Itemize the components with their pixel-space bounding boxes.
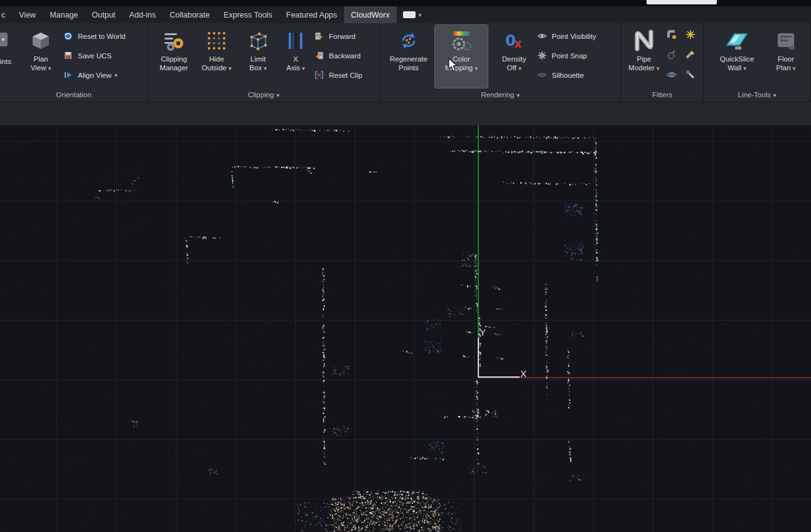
panel-expand-icon: ▾ xyxy=(773,92,776,98)
fitter-tools-grid xyxy=(664,27,701,87)
dropdown-arrow-icon: ▾ xyxy=(657,65,660,72)
reset-to-world-icon xyxy=(63,31,73,41)
dropdown-arrow-icon: ▾ xyxy=(518,65,522,72)
svg-text:x: x xyxy=(514,36,522,50)
quickslice-wall-icon xyxy=(725,27,749,55)
clipping-button-stack: Forward Backward Reset Clip xyxy=(314,26,377,85)
tab-output[interactable]: Output xyxy=(85,6,122,23)
dropdown-arrow-icon: ▾ xyxy=(793,65,796,72)
regenerate-points-icon xyxy=(397,27,420,55)
pipe-modeler-button[interactable]: Pipe Modeler ▾ xyxy=(625,25,663,88)
x-axis-button[interactable]: X Axis ▾ xyxy=(280,25,311,88)
density-off-button[interactable]: 0x Density Off ▾ xyxy=(494,25,534,88)
plan-view-cube-icon xyxy=(30,27,51,55)
save-ucs-icon xyxy=(63,51,73,60)
quick-access-search-box[interactable] xyxy=(647,0,717,4)
panel-fitters: Pipe Modeler ▾ Fitters xyxy=(621,23,704,102)
document-area-strip xyxy=(0,102,811,125)
plan-view-button[interactable]: Plan View ▾ xyxy=(23,25,59,88)
fitter-tool-4-button[interactable] xyxy=(683,47,698,62)
fitter-tool-1-button[interactable] xyxy=(664,27,679,42)
panel-line-tools: QuickSlice Wall ▾ Floor Plan ▾ Line-Tool… xyxy=(704,23,811,102)
marker-icon xyxy=(685,70,696,80)
align-view-icon xyxy=(63,70,73,80)
silhouette-button[interactable]: Silhouette xyxy=(537,65,618,85)
cloudworx-ribbon: ints Plan View ▾ Reset to World Save UCS xyxy=(0,23,811,102)
limit-box-icon xyxy=(247,27,269,55)
panel-orientation: ints Plan View ▾ Reset to World Save UCS xyxy=(0,23,148,102)
ribbon-tab-bar: c View Manage Output Add-ins Collaborate… xyxy=(0,6,811,23)
pipe-modeler-icon xyxy=(632,27,656,55)
forward-button[interactable]: Forward xyxy=(314,26,377,46)
ribbon-display-toggle[interactable]: ▾ xyxy=(397,6,428,23)
floor-plan-icon xyxy=(774,27,798,55)
title-bar-strip xyxy=(0,0,811,6)
point-snap-icon xyxy=(537,51,547,60)
tab-express-tools[interactable]: Express Tools xyxy=(217,6,279,23)
silhouette-eye-icon xyxy=(537,70,547,80)
color-mapping-icon xyxy=(450,27,473,55)
x-axis-icon xyxy=(284,27,307,55)
clipping-manager-button[interactable]: Clipping Manager xyxy=(152,25,196,88)
point-cloud-canvas[interactable] xyxy=(0,125,811,532)
reset-to-world-button[interactable]: Reset to World xyxy=(63,26,146,46)
reset-clip-icon xyxy=(314,70,325,80)
ucs-marker-horizontal xyxy=(478,376,520,378)
panel-expand-icon: ▾ xyxy=(517,92,520,98)
tab-view[interactable]: View xyxy=(12,6,43,23)
panel-label-clipping[interactable]: Clipping▾ xyxy=(148,88,379,102)
limit-box-button[interactable]: Limit Box ▾ xyxy=(240,25,276,88)
ribbon-minimize-icon xyxy=(403,11,416,18)
tab-collaborate[interactable]: Collaborate xyxy=(163,6,217,23)
panel-label-line-tools[interactable]: Line-Tools▾ xyxy=(704,88,810,102)
panel-label-rendering[interactable]: Rendering▾ xyxy=(380,88,621,102)
panel-label-orientation[interactable]: Orientation xyxy=(0,88,148,102)
fitter-tool-2-button[interactable] xyxy=(683,27,698,42)
fitter-tool-6-button[interactable] xyxy=(683,67,698,82)
point-visibility-button[interactable]: Point Visibility xyxy=(537,26,618,46)
quickslice-wall-button[interactable]: QuickSlice Wall ▾ xyxy=(715,25,759,88)
pencil-icon xyxy=(685,50,696,60)
align-view-button[interactable]: Align View ▾ xyxy=(63,65,146,85)
rendering-button-stack: Point Visibility Point Snap Silhouette xyxy=(537,26,618,85)
dropdown-arrow-icon: ▾ xyxy=(48,65,51,72)
panel-clipping: Clipping Manager Hide Outside ▾ Limit Bo… xyxy=(148,23,380,102)
tab-featured-apps[interactable]: Featured Apps xyxy=(279,6,344,23)
clipping-manager-icon xyxy=(163,27,185,55)
pipe-elbow-icon xyxy=(667,29,677,40)
dropdown-arrow-icon: ▾ xyxy=(228,65,232,72)
floor-plan-button[interactable]: Floor Plan ▾ xyxy=(766,25,805,88)
burst-icon xyxy=(685,29,696,40)
dropdown-arrow-icon: ▾ xyxy=(302,65,305,72)
ucs-marker-vertical xyxy=(478,338,479,378)
chevron-down-icon: ▾ xyxy=(419,12,422,18)
panel-rendering: Regenerate Points Color Mapping ▾ 0x Den… xyxy=(380,23,621,102)
hide-outside-button[interactable]: Hide Outside ▾ xyxy=(197,25,236,88)
dropdown-arrow-icon: ▾ xyxy=(264,65,267,72)
save-ucs-button[interactable]: Save UCS xyxy=(63,46,146,65)
reset-clip-button[interactable]: Reset Clip xyxy=(314,65,377,85)
backward-icon xyxy=(314,51,325,60)
point-snap-button[interactable]: Point Snap xyxy=(537,46,618,65)
partial-button-points[interactable]: ints xyxy=(0,25,21,88)
sphere-icon xyxy=(667,70,677,80)
tab-parametric-partial[interactable]: c xyxy=(0,6,12,23)
backward-button[interactable]: Backward xyxy=(314,46,377,65)
dropdown-arrow-icon: ▾ xyxy=(115,72,118,78)
tab-manage[interactable]: Manage xyxy=(43,6,85,23)
color-mapping-button[interactable]: Color Mapping ▾ xyxy=(435,25,488,88)
point-visibility-eye-icon xyxy=(537,31,547,41)
fitter-tool-3-button[interactable] xyxy=(664,47,679,62)
panel-label-fitters[interactable]: Fitters xyxy=(621,88,703,102)
dropdown-arrow-icon: ▾ xyxy=(475,65,478,72)
regenerate-points-button[interactable]: Regenerate Points xyxy=(385,25,432,88)
tab-cloudworx[interactable]: CloudWorx xyxy=(344,6,397,23)
orientation-button-stack: Reset to World Save UCS Align View ▾ xyxy=(63,26,146,85)
tab-add-ins[interactable]: Add-ins xyxy=(122,6,163,23)
dropdown-arrow-icon: ▾ xyxy=(743,65,746,72)
forward-icon xyxy=(314,31,325,41)
points-icon xyxy=(0,29,11,53)
fitter-tool-5-button[interactable] xyxy=(664,67,679,82)
density-off-icon: 0x xyxy=(503,27,525,55)
drawing-viewport[interactable]: Y X xyxy=(0,125,811,532)
